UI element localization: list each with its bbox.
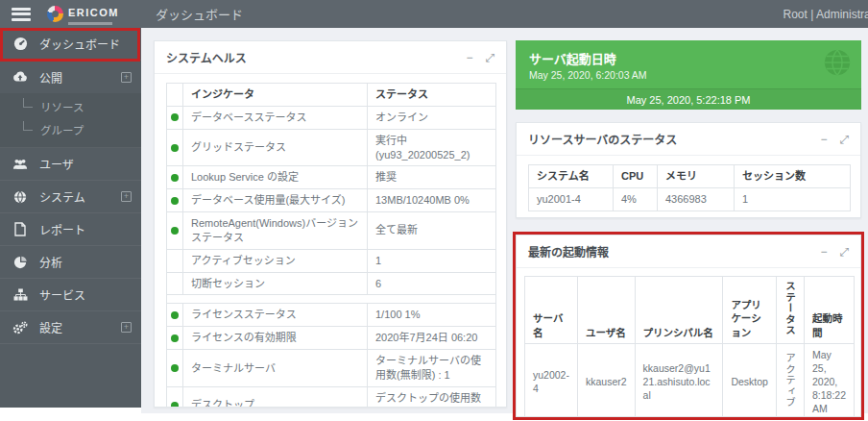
panel-header: システムヘルス − ⤢: [155, 41, 506, 74]
column-header: プリンシパル名: [635, 277, 723, 344]
table-header-row: システム名 CPU メモリ セッション数: [529, 165, 851, 188]
gears-icon: [12, 321, 29, 334]
column-header: システム名: [529, 165, 614, 188]
sidebar-item-label: システム: [39, 188, 85, 205]
sidebar-item-label: 設定: [39, 319, 62, 335]
resource-servers-table: システム名 CPU メモリ セッション数 yu2001-4 4% 4366983…: [528, 164, 851, 211]
status-ok-dot: [171, 311, 179, 319]
globe-icon: [12, 190, 29, 204]
table-row: データベースステータスオンライン: [167, 106, 496, 129]
tree-branch-icon: [23, 121, 33, 131]
sidebar-item-services[interactable]: サービス: [0, 279, 141, 311]
cloud-upload-icon: [12, 70, 29, 84]
panel-header: リソースサーバのステータス − ⤢: [517, 123, 860, 156]
maximize-icon[interactable]: ⤢: [839, 246, 849, 258]
column-header: ステータス: [368, 84, 496, 107]
tree-branch-icon: [23, 98, 33, 108]
sitemap-icon: [12, 288, 29, 301]
table-row: yu2001-4 4% 4366983 1: [529, 187, 851, 210]
status-ok-dot: [171, 402, 179, 408]
brand-name: ERICOM: [68, 7, 119, 18]
panel-latest-launch-info: 最新の起動情報 − ⤢ サーバ名 ユーザ名 プリンシパル名 アプリケーション ス…: [516, 235, 861, 417]
panel-resource-servers: リソースサーバのステータス − ⤢ システム名 CPU メモリ セッション数 y…: [516, 122, 861, 218]
status-ok-dot: [171, 227, 179, 235]
hamburger-menu-icon[interactable]: [12, 8, 31, 21]
dashboard-icon: [12, 37, 29, 51]
column-header: 起動時間: [804, 277, 854, 344]
users-icon: [12, 158, 29, 170]
table-spacer-row: [167, 295, 496, 304]
status-ok-dot: [171, 364, 179, 372]
sidebar-item-reports[interactable]: レポート: [0, 213, 141, 246]
sidebar-item-dashboard[interactable]: ダッシュボード: [0, 28, 141, 61]
sidebar-item-users[interactable]: ユーザ: [0, 148, 141, 181]
ericom-logo: ERICOM: [47, 3, 119, 25]
status-ok-dot: [171, 144, 179, 152]
table-row: RemoteAgent(Windows)バージョンステータス全て最新: [167, 212, 496, 250]
table-row: デスクトップデスクトップの使用数(無制限) : 0: [167, 386, 496, 408]
column-header: サーバ名: [525, 277, 578, 344]
table-header-row: インジケータ ステータス: [167, 84, 496, 107]
sidebar-item-label: グループ: [40, 122, 84, 137]
sidebar-item-label: レポート: [39, 221, 85, 237]
column-header: CPU: [614, 165, 658, 188]
sidebar-item-analytics[interactable]: 分析: [0, 246, 141, 279]
minimize-icon[interactable]: −: [466, 52, 472, 63]
pie-chart-icon: [12, 256, 29, 269]
topbar: ERICOM ダッシュボード Root | Administrat: [0, 0, 868, 28]
column-header: アプリケーション: [723, 277, 777, 344]
page-title: ダッシュボード: [156, 5, 243, 23]
maximize-icon[interactable]: ⤢: [485, 52, 494, 63]
maximize-icon[interactable]: ⤢: [839, 134, 849, 145]
system-health-table: インジケータ ステータス データベースステータスオンライン グリッドステータス実…: [166, 83, 496, 408]
table-row: グリッドステータス実行中 (yu93_20200525_2): [167, 129, 496, 166]
minimize-icon[interactable]: −: [820, 246, 827, 258]
sidebar-item-resources[interactable]: リソース: [0, 95, 141, 118]
sidebar-item-label: リソース: [40, 99, 84, 114]
sidebar-item-publish[interactable]: 公開 +: [0, 61, 141, 93]
panel-title: リソースサーバのステータス: [528, 131, 677, 147]
status-ok-dot: [171, 197, 179, 205]
sidebar-item-settings[interactable]: 設定 +: [0, 311, 141, 344]
sidebar-item-system[interactable]: システム +: [0, 181, 141, 213]
sidebar-item-groups[interactable]: グループ: [0, 118, 141, 141]
sidebar-submenu-publish: リソース グループ: [0, 93, 141, 148]
ericom-logo-icon: [47, 6, 63, 22]
current-datetime: May 25, 2020, 5:22:18 PM: [516, 88, 861, 110]
expand-plus-icon[interactable]: +: [121, 322, 132, 333]
sidebar-item-label: 分析: [39, 254, 62, 270]
dashboard-screen: ERICOM ダッシュボード Root | Administrat ダッシュボー…: [0, 0, 868, 421]
table-row: データベース使用量(最大サイズ)13MB/10240MB 0%: [167, 189, 496, 212]
sidebar-item-label: ユーザ: [39, 156, 74, 172]
panel-title: システムヘルス: [166, 49, 247, 65]
panel-system-health: システムヘルス − ⤢ インジケータ ステータス データベースステータスオンライ…: [154, 40, 507, 408]
column-header: ユーザ名: [577, 277, 635, 344]
table-row: ターミナルサーバターミナルサーバの使用数(無制限) : 1: [167, 350, 496, 387]
table-row: 切断セッション6: [167, 272, 496, 295]
table-row: yu2002-4 kkauser2 kkauser2@yu121.ashisut…: [525, 343, 855, 417]
status-ok-dot: [171, 113, 179, 121]
minimize-icon[interactable]: −: [820, 134, 827, 145]
panel-title: 最新の起動情報: [528, 243, 609, 260]
server-start-datetime: May 25, 2020, 6:20:03 AM: [516, 67, 861, 81]
column-header: インジケータ: [183, 84, 368, 107]
table-row: Lookup Service の設定推奨: [167, 166, 496, 189]
globe-icon: [823, 48, 852, 77]
expand-plus-icon[interactable]: +: [121, 191, 132, 202]
latest-launch-table: サーバ名 ユーザ名 プリンシパル名 アプリケーション ステータス 起動時間 yu…: [524, 276, 855, 417]
status-ok-dot: [171, 334, 179, 342]
panel-server-start-time: サーバ起動日時 May 25, 2020, 6:20:03 AM May 25,…: [516, 40, 861, 110]
panel-header: 最新の起動情報 − ⤢: [517, 235, 860, 268]
column-header: メモリ: [658, 165, 735, 188]
sidebar: ダッシュボード 公開 + リソース グループ ユーザ: [0, 28, 141, 408]
sidebar-item-label: サービス: [39, 286, 85, 303]
table-row: アクティブセッション1: [167, 249, 496, 272]
table-row: ライセンスステータス1/100 1%: [167, 304, 496, 327]
table-header-row: サーバ名 ユーザ名 プリンシパル名 アプリケーション ステータス 起動時間: [525, 277, 855, 344]
table-row: ライセンスの有効期限2020年7月24日 06:20: [167, 327, 496, 350]
sidebar-item-label: 公開: [39, 69, 62, 86]
column-header: ステータス: [776, 277, 804, 344]
sidebar-item-label: ダッシュボード: [39, 36, 120, 52]
user-menu[interactable]: Root | Administrat: [784, 8, 868, 21]
expand-plus-icon[interactable]: +: [121, 72, 132, 83]
